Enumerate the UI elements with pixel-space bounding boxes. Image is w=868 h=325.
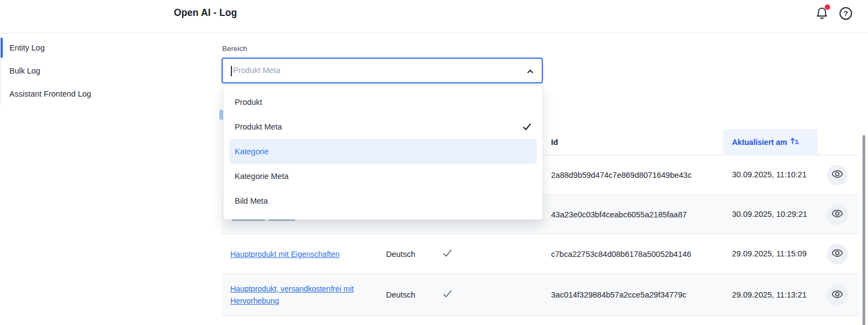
app-header: Open AI - Log ? (0, 0, 868, 33)
option-produkt-meta[interactable]: Produkt Meta (229, 114, 537, 139)
updated-at: 29.09.2025, 11:13:21 (732, 290, 807, 299)
sidebar-item-label: Bulk Log (9, 66, 40, 75)
bereich-field-label: Bereich (222, 44, 247, 53)
view-details-button[interactable] (827, 244, 848, 265)
bereich-dropdown-list: Produkt Produkt Meta Kategorie Kategorie… (223, 85, 543, 220)
option-kategorie-meta[interactable]: Kategorie Meta (229, 164, 537, 188)
header-updated-at[interactable]: Aktualisiert am (723, 129, 818, 155)
header-updated-at-label: Aktualisiert am (732, 138, 787, 147)
check-icon (442, 292, 453, 301)
language-label: Deutsch (386, 290, 415, 299)
entity-id: 43a23e0c03bf4ceabc6055a2185faa87 (551, 210, 687, 219)
sidebar-item-entity-log[interactable]: Entity Log (1, 36, 220, 59)
vertical-scrollbar[interactable] (863, 135, 865, 325)
app-window: Open AI - Log ? Entity Log Bulk Log A (0, 0, 868, 325)
sort-icon (790, 137, 799, 147)
option-label: Produkt Meta (235, 122, 282, 131)
help-button[interactable]: ? (839, 5, 855, 21)
notification-badge (825, 4, 830, 10)
sidebar-item-assistant-frontend-log[interactable]: Assistant Frontend Log (1, 82, 220, 105)
table-row: Hauptprodukt mit Eigenschaften Deutsch c… (222, 234, 859, 274)
sidebar-list: Entity Log Bulk Log Assistant Frontend L… (1, 36, 220, 105)
notifications-button[interactable] (814, 5, 830, 21)
table-row: Hauptprodukt, versandkostenfrei mit Herv… (222, 274, 859, 316)
select-placeholder: Produkt Meta (233, 66, 280, 75)
view-details-button[interactable] (827, 165, 848, 186)
option-label: Produkt (235, 98, 262, 107)
eye-icon (831, 288, 843, 302)
entity-name-link[interactable]: Hauptprodukt, versandkostenfrei mit Herv… (230, 283, 377, 307)
option-bild-meta[interactable]: Bild Meta (229, 188, 537, 213)
entity-id: c7bca22753c84d08b6178a50052b4146 (551, 250, 691, 259)
option-label: Kategorie Meta (235, 172, 288, 181)
language-label: Deutsch (386, 250, 415, 259)
check-icon (442, 251, 453, 260)
option-kategorie[interactable]: Kategorie (229, 139, 537, 164)
page-title: Open AI - Log (174, 7, 237, 19)
chevron-up-icon[interactable] (526, 67, 535, 78)
sidebar-item-bulk-log[interactable]: Bulk Log (1, 59, 220, 82)
help-icon: ? (839, 7, 852, 20)
eye-icon (831, 208, 843, 221)
option-label: Kategorie (235, 147, 269, 156)
sidebar: Entity Log Bulk Log Assistant Frontend L… (0, 33, 222, 325)
bell-icon (815, 13, 829, 21)
view-details-button[interactable] (827, 284, 848, 305)
entity-name-link[interactable]: Hauptprodukt mit Eigenschaften (230, 248, 339, 260)
updated-at: 29.09.2025, 11:15:09 (732, 249, 807, 258)
sidebar-item-label: Assistant Frontend Log (9, 89, 91, 98)
obscured-link-fragment (232, 220, 265, 221)
updated-at: 30.09.2025, 11:10:21 (732, 170, 807, 179)
option-label: Bild Meta (235, 197, 268, 205)
view-details-button[interactable] (827, 204, 848, 225)
entity-id: 2a88d9b59d474c7e869d8071649be43c (551, 171, 691, 180)
bereich-select-input[interactable]: Produkt Meta (222, 58, 543, 83)
checkmark-icon (522, 122, 532, 133)
eye-icon (831, 247, 843, 261)
entity-id: 3ac014f329884b57a2cce5a29f34779c (551, 290, 687, 299)
header-id[interactable]: Id (542, 137, 723, 147)
updated-at: 30.09.2025, 10:29:21 (732, 210, 807, 218)
sidebar-item-label: Entity Log (9, 43, 45, 52)
eye-icon (831, 168, 843, 182)
option-produkt[interactable]: Produkt (229, 89, 537, 114)
obscured-link-fragment (268, 220, 295, 221)
text-caret (231, 66, 232, 76)
